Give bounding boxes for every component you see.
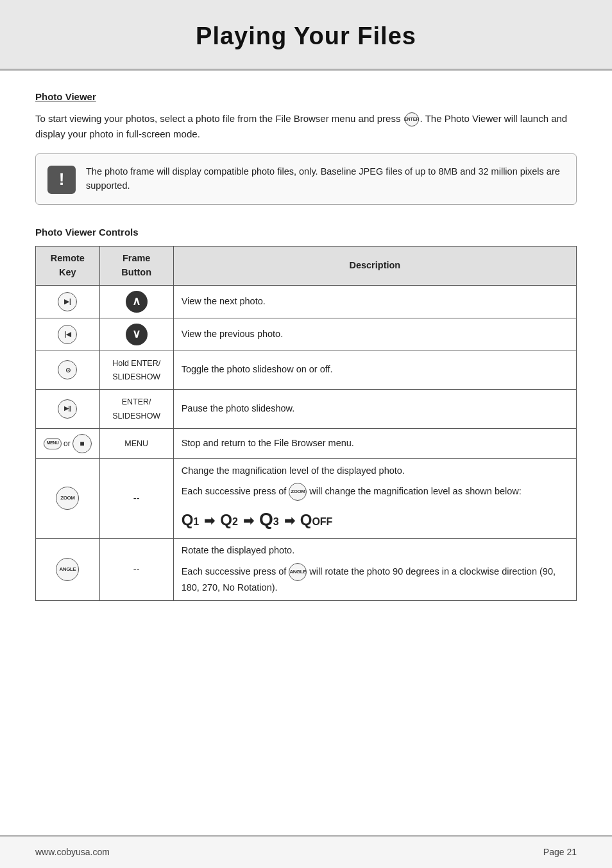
remote-icon-menu: MENU or ■	[44, 434, 92, 453]
remote-icon-zoom: ZOOM	[56, 487, 79, 510]
col-header-frame: Frame Button	[99, 247, 173, 286]
frame-cell-2: ∨	[99, 318, 173, 351]
desc-zoom-p2: Each successive press of ZOOM will chang…	[182, 483, 568, 501]
photo-viewer-title: Photo Viewer	[35, 90, 577, 105]
footer-page: Page 21	[543, 846, 577, 859]
frame-cell-1: ∧	[99, 285, 173, 318]
desc-zoom-sequence: Q1 ➡ Q2 ➡ Q3 ➡ QOFF	[182, 506, 568, 533]
remote-cell-7: ANGLE	[36, 539, 100, 601]
page-footer: www.cobyusa.com Page 21	[0, 835, 612, 868]
frame-btn-down: ∨	[126, 324, 148, 345]
desc-cell-7: Rotate the displayed photo. Each success…	[173, 539, 576, 601]
desc-cell-1: View the next photo.	[173, 285, 576, 318]
col-header-desc: Description	[173, 247, 576, 286]
remote-icon-next: ▶|	[58, 292, 77, 311]
desc-zoom-multi: Change the magnification level of the di…	[182, 464, 568, 534]
table-row: ▶|| ENTER/SLIDESHOW Pause the photo slid…	[36, 390, 577, 429]
warning-text: The photo frame will display compatible …	[86, 164, 565, 193]
desc-angle-p1: Rotate the displayed photo.	[182, 544, 568, 558]
main-content: Photo Viewer To start viewing your photo…	[0, 71, 612, 835]
remote-icon-pause: ▶||	[58, 399, 77, 419]
remote-cell-4: ▶||	[36, 390, 100, 429]
desc-angle-p2: Each successive press of ANGLE will rota…	[182, 563, 568, 595]
table-row: ⊙ Hold ENTER/SLIDESHOW Toggle the photo …	[36, 351, 577, 390]
warning-box: ! The photo frame will display compatibl…	[35, 153, 577, 205]
desc-cell-2: View the previous photo.	[173, 318, 576, 351]
frame-cell-5: MENU	[99, 428, 173, 458]
frame-btn-up: ∧	[126, 291, 148, 313]
desc-cell-6: Change the magnification level of the di…	[173, 458, 576, 539]
intro-text-1: To start viewing your photos, select a p…	[35, 113, 400, 124]
remote-icon-angle: ANGLE	[56, 558, 79, 581]
enter-icon: ENTER	[405, 112, 419, 126]
angle-inline-icon: ANGLE	[289, 563, 307, 581]
frame-dash-zoom: --	[133, 493, 140, 503]
warning-icon: !	[47, 166, 76, 194]
frame-cell-4: ENTER/SLIDESHOW	[99, 390, 173, 429]
frame-cell-6: --	[99, 458, 173, 539]
table-row: MENU or ■ MENU Stop and return to the Fi…	[36, 428, 577, 458]
photo-viewer-intro: To start viewing your photos, select a p…	[35, 111, 577, 142]
desc-cell-3: Toggle the photo slideshow on or off.	[173, 351, 576, 390]
frame-dash-angle: --	[133, 564, 140, 574]
frame-text-menu: MENU	[124, 439, 148, 448]
remote-cell-2: |◀	[36, 318, 100, 351]
remote-cell-5: MENU or ■	[36, 428, 100, 458]
col-header-remote: Remote Key	[36, 247, 100, 286]
remote-cell-6: ZOOM	[36, 458, 100, 539]
page: Playing Your Files Photo Viewer To start…	[0, 0, 612, 868]
controls-title: Photo Viewer Controls	[35, 225, 577, 240]
desc-zoom-p1: Change the magnification level of the di…	[182, 464, 568, 478]
table-row: |◀ ∨ View the previous photo.	[36, 318, 577, 351]
desc-cell-4: Pause the photo slideshow.	[173, 390, 576, 429]
page-header: Playing Your Files	[0, 0, 612, 71]
desc-angle-multi: Rotate the displayed photo. Each success…	[182, 544, 568, 595]
remote-icon-toggle: ⊙	[58, 360, 77, 379]
frame-cell-3: Hold ENTER/SLIDESHOW	[99, 351, 173, 390]
remote-cell-1: ▶|	[36, 285, 100, 318]
frame-text-hold: Hold ENTER/SLIDESHOW	[112, 359, 160, 382]
zoom-inline-icon: ZOOM	[289, 483, 307, 501]
table-row: ▶| ∧ View the next photo.	[36, 285, 577, 318]
remote-icon-prev: |◀	[58, 325, 77, 344]
frame-text-enter: ENTER/SLIDESHOW	[112, 397, 160, 421]
footer-website: www.cobyusa.com	[35, 846, 110, 859]
controls-table: Remote Key Frame Button Description ▶|	[35, 246, 577, 601]
table-header-row: Remote Key Frame Button Description	[36, 247, 577, 286]
frame-cell-7: --	[99, 539, 173, 601]
remote-cell-3: ⊙	[36, 351, 100, 390]
table-row: ANGLE -- Rotate the displayed photo. Eac…	[36, 539, 577, 601]
table-row: ZOOM -- Change the magnification level o…	[36, 458, 577, 539]
page-title: Playing Your Files	[13, 18, 599, 55]
desc-cell-5: Stop and return to the File Browser menu…	[173, 428, 576, 458]
